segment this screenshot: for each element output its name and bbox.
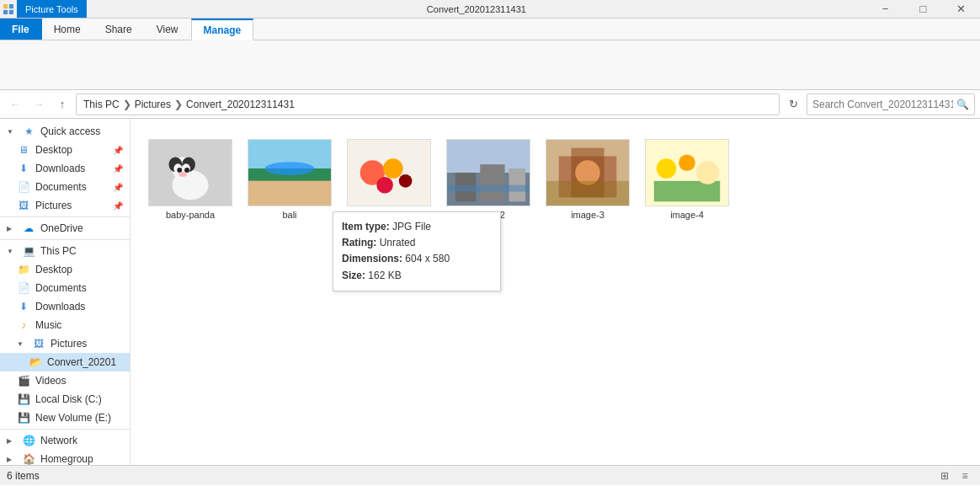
tooltip-dimensions: Dimensions: 604 x 580: [342, 251, 492, 267]
documents-icon: 📄: [17, 281, 30, 295]
expand-icon: ▶: [7, 437, 17, 445]
file-thumbnail: [148, 139, 232, 206]
address-bar: ← → ↑ This PC ❯ Pictures ❯ Convert_20201…: [0, 90, 980, 119]
file-item[interactable]: baby-panda: [144, 132, 237, 227]
svg-point-11: [177, 168, 182, 173]
svg-point-21: [376, 177, 393, 194]
svg-point-12: [184, 168, 189, 173]
sidebar-item-local-disk[interactable]: 💾 Local Disk (C:): [0, 390, 130, 409]
sidebar-item-network[interactable]: ▶ 🌐 Network: [0, 431, 130, 450]
maximize-button[interactable]: □: [904, 0, 942, 18]
svg-rect-3: [9, 9, 13, 13]
sidebar-label: Music: [35, 319, 123, 331]
sidebar-item-this-pc[interactable]: ▼ 💻 This PC: [0, 242, 130, 260]
sidebar-item-pictures-qa[interactable]: 🖼 Pictures 📌: [0, 196, 130, 215]
sidebar-item-music-pc[interactable]: ♪ Music: [0, 316, 130, 334]
svg-rect-28: [447, 185, 530, 192]
path-sep-1: ❯: [123, 99, 131, 110]
minimize-button[interactable]: −: [866, 0, 904, 18]
sidebar-item-homegroup[interactable]: ▶ 🏠 Homegroup: [0, 450, 130, 465]
window-title: Convert_202012311431: [87, 0, 866, 18]
status-right: ⊞ ≡: [936, 467, 973, 484]
file-thumbnail: [645, 139, 729, 206]
sidebar-label: Pictures: [35, 200, 108, 211]
close-button[interactable]: ✕: [942, 0, 980, 18]
tooltip-dimensions-label: Dimensions:: [342, 253, 402, 264]
title-bar: Picture Tools Convert_202012311431 − □ ✕: [0, 0, 980, 19]
file-item[interactable]: image-3: [541, 132, 634, 227]
tooltip-type: Item type: JPG File: [342, 219, 492, 235]
sidebar-item-pictures-pc[interactable]: ▼ 🖼 Pictures: [0, 334, 130, 353]
folder-icon: 📁: [17, 263, 30, 276]
tab-file[interactable]: File: [0, 19, 42, 40]
sidebar-item-downloads-qa[interactable]: ⬇ Downloads 📌: [0, 159, 130, 178]
downloads-icon: ⬇: [17, 300, 30, 313]
pin-icon: 📌: [113, 164, 123, 174]
onedrive-icon: ☁: [22, 222, 35, 235]
list-view-button[interactable]: ≡: [956, 467, 973, 484]
sidebar-label: This PC: [40, 245, 123, 257]
file-tooltip: Item type: JPG File Rating: Unrated Dime…: [333, 211, 501, 291]
grid-view-button[interactable]: ⊞: [936, 467, 953, 484]
sidebar-item-new-volume[interactable]: 💾 New Volume (E:): [0, 409, 130, 427]
refresh-button[interactable]: ↻: [783, 94, 803, 115]
tab-manage[interactable]: Manage: [191, 19, 254, 40]
tooltip-rating-label: Rating:: [342, 237, 376, 248]
sidebar-label: Documents: [35, 282, 123, 294]
tab-home[interactable]: Home: [42, 19, 93, 40]
file-thumbnail: [347, 139, 431, 206]
ribbon-content: [0, 40, 980, 89]
tooltip-type-label: Item type:: [342, 221, 390, 232]
items-count: 6 items: [7, 470, 40, 482]
sidebar-item-documents-qa[interactable]: 📄 Documents 📌: [0, 178, 130, 196]
app-icon: [0, 0, 17, 18]
sidebar-item-desktop-pc[interactable]: 📁 Desktop: [0, 260, 130, 279]
sidebar-item-convert-folder[interactable]: 📂 Convert_20201: [0, 353, 130, 371]
tooltip-rating: Rating: Unrated: [342, 235, 492, 251]
sidebar-divider: [0, 239, 130, 240]
tab-share[interactable]: Share: [93, 19, 145, 40]
picture-tools-label: Picture Tools: [17, 0, 87, 18]
path-sep-2: ❯: [174, 99, 183, 110]
sidebar-label: Desktop: [35, 144, 108, 156]
expand-icon: ▼: [7, 248, 17, 255]
address-path[interactable]: This PC ❯ Pictures ❯ Convert_20201231143…: [76, 93, 780, 115]
search-input[interactable]: [812, 99, 953, 110]
svg-rect-1: [9, 4, 13, 8]
file-name: image-4: [670, 210, 704, 220]
sidebar-item-desktop-qa[interactable]: 🖥 Desktop 📌: [0, 141, 130, 159]
svg-rect-0: [3, 4, 8, 8]
disk-icon: 💾: [17, 411, 30, 425]
sidebar-item-onedrive[interactable]: ▶ ☁ OneDrive: [0, 219, 130, 238]
pin-icon: 📌: [113, 183, 123, 192]
file-thumbnail: [446, 139, 530, 206]
svg-point-38: [696, 161, 719, 184]
sidebar-item-documents-pc[interactable]: 📄 Documents: [0, 279, 130, 297]
downloads-icon: ⬇: [17, 162, 30, 175]
svg-point-36: [679, 154, 695, 171]
forward-button[interactable]: →: [29, 94, 49, 115]
svg-rect-26: [480, 164, 504, 201]
main-layout: ▼ ★ Quick access 🖥 Desktop 📌 ⬇ Downloads…: [0, 119, 980, 465]
sidebar-label: Downloads: [35, 163, 108, 174]
sidebar-item-quick-access[interactable]: ▼ ★ Quick access: [0, 122, 130, 141]
folder-open-icon: 📂: [29, 355, 42, 369]
sidebar-item-downloads-pc[interactable]: ⬇ Downloads: [0, 297, 130, 316]
svg-point-35: [657, 158, 677, 179]
music-icon: ♪: [17, 318, 30, 332]
pin-icon: 📌: [113, 146, 123, 155]
back-button[interactable]: ←: [5, 94, 25, 115]
file-name: image-3: [571, 210, 605, 220]
sidebar-label: Network: [40, 435, 123, 446]
homegroup-icon: 🏠: [22, 452, 35, 465]
file-item[interactable]: image-4: [641, 132, 733, 227]
file-thumbnail: [546, 139, 630, 206]
file-item[interactable]: bali: [243, 132, 336, 227]
search-box[interactable]: 🔍: [807, 93, 975, 115]
videos-icon: 🎬: [17, 374, 30, 387]
sidebar-item-videos-pc[interactable]: 🎬 Videos: [0, 371, 130, 390]
tooltip-type-value: JPG File: [392, 221, 431, 232]
tooltip-size-label: Size:: [342, 270, 365, 281]
up-button[interactable]: ↑: [52, 94, 72, 115]
tab-view[interactable]: View: [145, 19, 191, 40]
